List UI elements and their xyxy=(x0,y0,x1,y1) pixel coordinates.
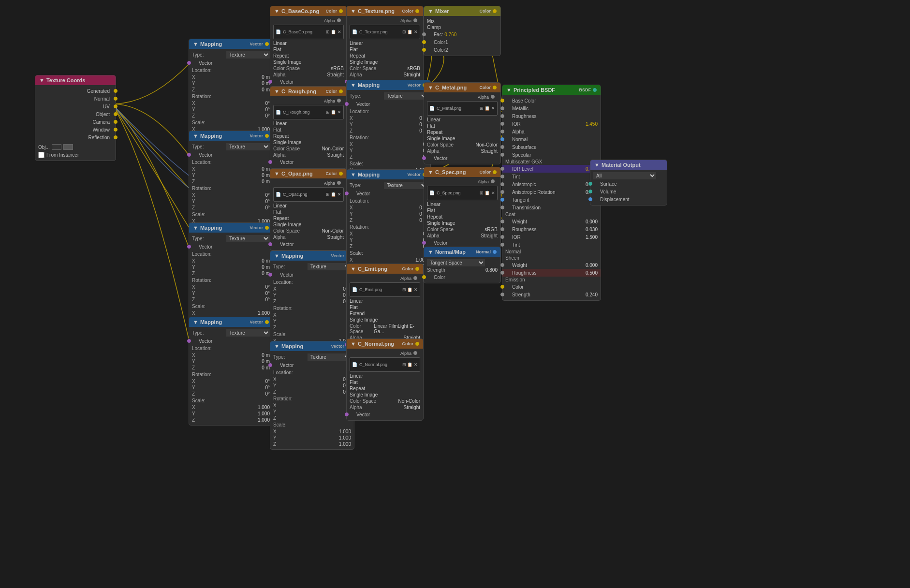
c-emit-node: ▼ C_Emit.png Color Alpha 📄 C_Emit.png ⊞ … xyxy=(346,264,424,351)
mixer-header: ▼ Mixer Color xyxy=(424,6,500,16)
vector-socket-in2[interactable] xyxy=(187,153,191,157)
c-texture-header: ▼ C_Texture.png Color xyxy=(347,6,423,16)
mapping2-title: Mapping xyxy=(200,133,222,139)
c-baseco-node: ▼ C_BaseCo.png Color Alpha 📄 C_BaseCo.pn… xyxy=(270,6,347,88)
loc-z-val1: 0 m xyxy=(262,87,270,92)
c-metal-header: ▼ C_Metal.png Color xyxy=(424,83,500,92)
vector-label2: Vector xyxy=(199,152,212,158)
loc-y1: Y 0 m xyxy=(189,80,273,87)
vector-in1: Vector xyxy=(189,59,273,67)
uv-row: UV xyxy=(35,103,116,110)
c-spec-node: ▼ C_Spec.png Color Alpha 📄 C_Spec.png ⊞ … xyxy=(424,167,501,249)
c-texture-title: C_Texture.png xyxy=(358,8,395,14)
c-rough-title: C_Rough.png xyxy=(281,88,316,94)
rot-z-val1: 0° xyxy=(265,113,270,118)
principled-node: ▼ Principled BSDF BSDF Base Color Metall… xyxy=(502,85,601,301)
opac-thumb: 📄 C_Opac.png ⊞ 📋 ✕ xyxy=(273,187,344,202)
normalmap-header: ▼ Normal/Map Normal xyxy=(424,247,500,257)
principled-title: Principled BSDF xyxy=(514,87,555,93)
baseco-thumb: 📄 C_BaseCo.png ⊞ 📋 ✕ xyxy=(273,25,344,39)
c-emit-header: ▼ C_Emit.png Color xyxy=(347,264,423,274)
c-opac-header: ▼ C_Opac.png Color xyxy=(270,169,347,178)
c-rough-header: ▼ C_Rough.png Color xyxy=(270,87,347,96)
c-texture-node: ▼ C_Texture.png Color Alpha 📄 C_Texture.… xyxy=(346,6,424,88)
reflection-socket[interactable] xyxy=(114,135,117,139)
collapse-icon: ▼ xyxy=(39,77,44,83)
mapping-tex2-header: ▼ Mapping Vector xyxy=(347,170,430,179)
camera-label: Camera xyxy=(92,119,110,125)
mixer-node: ▼ Mixer Color Mix Clamp Fac: 0.760 Color… xyxy=(424,6,501,56)
normal-socket[interactable] xyxy=(114,97,117,101)
type-select2[interactable]: Texture xyxy=(226,143,270,150)
loc-label2: Location: xyxy=(189,159,273,166)
mapping4-header: ▼ Mapping Vector xyxy=(189,317,273,327)
mapping4-node: ▼ Mapping Vector Type:Texture Vector Loc… xyxy=(189,317,273,426)
vector-label1: Vector xyxy=(199,60,212,66)
texture-coords-node: ▼ Texture Coords Generated Normal UV Obj… xyxy=(35,75,116,161)
mapping-tex2-node: ▼ Mapping Vector Type:Texture Vector Loc… xyxy=(346,169,431,278)
object-label: Object xyxy=(96,112,110,117)
object-row: Object xyxy=(35,110,116,118)
texture-coords-header: ▼ Texture Coords xyxy=(35,75,116,85)
from-instancer-row: From Instancer xyxy=(35,151,116,159)
reflection-row: Reflection xyxy=(35,133,116,141)
c-normal-header: ▼ C_Normal.png Color xyxy=(347,339,423,349)
mapping6-header: ▼ Mapping Vector xyxy=(270,341,354,351)
reflection-label: Reflection xyxy=(88,135,110,140)
camera-row: Camera xyxy=(35,118,116,126)
object-socket[interactable] xyxy=(114,112,117,116)
normalmap-node: ▼ Normal/Map Normal Tangent Space Streng… xyxy=(424,247,501,283)
loc-x-val1: 0 m xyxy=(262,74,270,80)
normal-label: Normal xyxy=(94,96,110,102)
collapse-icon1: ▼ xyxy=(193,41,198,47)
rot-x-val1: 0° xyxy=(265,101,270,106)
rot-y-val1: 0° xyxy=(265,107,270,112)
scale-label1: Scale: xyxy=(189,119,273,126)
obj-row: Obj... xyxy=(35,143,116,151)
c-metal-node: ▼ C_Metal.png Color Alpha 📄 C_Metal.png … xyxy=(424,82,501,164)
type-field2: Type: Texture xyxy=(189,143,273,151)
vector-socket-in1[interactable] xyxy=(187,61,191,65)
material-output-title: Material Output xyxy=(602,162,641,168)
location-label1: Location: xyxy=(189,67,273,74)
type-select1[interactable]: Texture xyxy=(226,51,270,59)
loc-x1: X 0 m xyxy=(189,74,273,80)
window-row: Window xyxy=(35,126,116,133)
mapping1-title: Mapping xyxy=(200,41,222,47)
mapping2-out[interactable] xyxy=(265,134,269,138)
camera-socket[interactable] xyxy=(114,120,117,124)
mapping5-header: ▼ Mapping Vector xyxy=(270,251,354,261)
loc-z1: Z 0 m xyxy=(189,87,273,93)
mapping-tex1-header: ▼ Mapping Vector xyxy=(347,80,430,90)
texture-coords-title: Texture Coords xyxy=(46,77,85,83)
mapping1-header: ▼ Mapping Vector xyxy=(189,39,273,49)
uv-socket[interactable] xyxy=(114,104,117,108)
obj-label: Obj... xyxy=(38,145,50,150)
c-opac-node: ▼ C_Opac.png Color Alpha 📄 C_Opac.png ⊞ … xyxy=(270,168,347,250)
c-baseco-header: ▼ C_BaseCo.png Color xyxy=(270,6,347,16)
mapping1-out-socket[interactable] xyxy=(265,42,269,46)
rotation-label1: Rotation: xyxy=(189,93,273,100)
rot-y1: Y 0° xyxy=(189,106,273,113)
from-instancer-checkbox[interactable] xyxy=(38,152,44,158)
window-socket[interactable] xyxy=(114,128,117,132)
mapping4-title: Mapping xyxy=(200,319,222,325)
from-instancer-label: From Instancer xyxy=(46,152,79,158)
c-rough-node: ▼ C_Rough.png Color Alpha 📄 C_Rough.png … xyxy=(270,86,347,168)
c-spec-header: ▼ C_Spec.png Color xyxy=(424,167,500,177)
generated-socket[interactable] xyxy=(114,89,117,93)
rot-x1: X 0° xyxy=(189,100,273,106)
normal-row: Normal xyxy=(35,95,116,103)
mapping3-node: ▼ Mapping Vector Type:Texture Vector Loc… xyxy=(189,222,273,331)
principled-header: ▼ Principled BSDF BSDF xyxy=(502,85,601,95)
vector-in2: Vector xyxy=(189,151,273,159)
type-field1: Type: Texture xyxy=(189,51,273,59)
mapping3-title: Mapping xyxy=(200,225,222,231)
c-opac-title: C_Opac.png xyxy=(281,171,313,176)
collapse-icon2: ▼ xyxy=(193,133,198,139)
type-label1: Type: xyxy=(192,52,204,58)
uv-label: UV xyxy=(103,104,110,109)
c-normal-node: ▼ C_Normal.png Color Alpha 📄 C_Normal.pn… xyxy=(346,338,424,421)
mapping2-header: ▼ Mapping Vector xyxy=(189,131,273,141)
material-output-node: ▼ Material Output All Surface Volume Dis… xyxy=(590,160,667,206)
